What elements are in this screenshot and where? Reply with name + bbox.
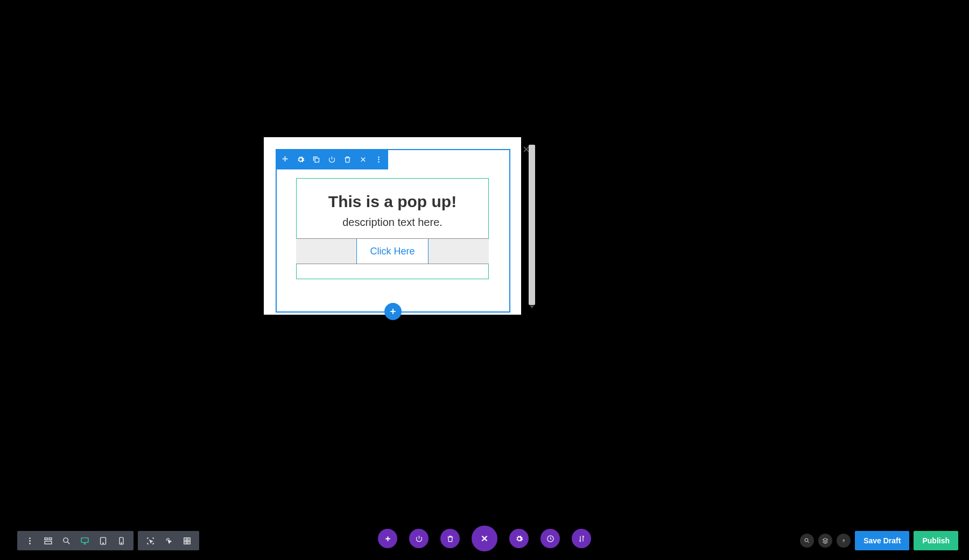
scrollbar[interactable] (529, 145, 535, 305)
svg-text:?: ? (842, 538, 845, 543)
duplicate-icon[interactable] (312, 155, 320, 164)
phone-icon[interactable] (112, 531, 130, 550)
svg-point-3 (378, 161, 380, 162)
action-toolbar (378, 526, 591, 551)
svg-point-1 (378, 156, 380, 158)
svg-point-18 (805, 538, 808, 542)
add-button[interactable] (378, 529, 397, 548)
help-icon[interactable]: ? (837, 534, 851, 548)
svg-point-6 (29, 543, 31, 544)
button-row-spacer-right[interactable] (428, 239, 489, 264)
view-group-1 (17, 531, 134, 550)
row-outline[interactable]: This is a pop up! description text here.… (296, 178, 489, 279)
module-toolbar (276, 149, 388, 169)
popup-title[interactable]: This is a pop up! (297, 193, 488, 211)
move-icon[interactable] (281, 155, 289, 164)
button-row: Click Here (296, 238, 489, 264)
desktop-icon[interactable] (75, 531, 94, 550)
add-section-button[interactable] (384, 303, 402, 320)
power-button[interactable] (409, 529, 429, 548)
delete-icon[interactable] (359, 155, 367, 164)
cta-button[interactable]: Click Here (357, 239, 428, 264)
search-icon[interactable] (800, 534, 814, 548)
button-row-spacer-left[interactable] (296, 239, 357, 264)
trash-icon[interactable] (343, 155, 352, 164)
svg-rect-16 (184, 537, 189, 543)
svg-point-2 (378, 159, 380, 160)
more-icon[interactable] (20, 531, 39, 550)
tablet-icon[interactable] (94, 531, 112, 550)
svg-rect-0 (315, 158, 319, 162)
section-outline[interactable]: This is a pop up! description text here.… (276, 149, 510, 313)
grid-icon[interactable] (178, 531, 196, 550)
save-draft-button[interactable]: Save Draft (855, 531, 909, 550)
zoom-icon[interactable] (57, 531, 75, 550)
svg-point-10 (63, 537, 68, 542)
svg-point-4 (29, 537, 31, 539)
hover-icon[interactable] (141, 531, 159, 550)
popup-description[interactable]: description text here. (297, 216, 488, 229)
svg-rect-8 (48, 537, 51, 540)
view-toolbar (17, 531, 199, 550)
svg-point-5 (29, 540, 31, 542)
svg-point-13 (102, 543, 103, 543)
layers-icon[interactable] (818, 534, 832, 548)
power-icon[interactable] (328, 155, 336, 164)
more-icon[interactable] (375, 155, 383, 164)
view-group-2 (138, 531, 199, 550)
wireframe-icon[interactable] (39, 531, 57, 550)
history-button[interactable] (540, 529, 560, 548)
svg-rect-9 (45, 541, 52, 544)
settings-button[interactable] (509, 529, 529, 548)
publish-button[interactable]: Publish (914, 531, 958, 550)
close-button[interactable] (472, 526, 497, 551)
sort-button[interactable] (572, 529, 591, 548)
popup-editor-panel: × This is (264, 137, 521, 315)
click-icon[interactable] (159, 531, 178, 550)
publish-toolbar: ? Save Draft Publish (800, 531, 958, 550)
gear-icon[interactable] (297, 155, 305, 164)
svg-rect-7 (45, 537, 47, 540)
svg-point-15 (121, 543, 121, 543)
trash-button[interactable] (440, 529, 460, 548)
svg-rect-11 (81, 537, 88, 542)
